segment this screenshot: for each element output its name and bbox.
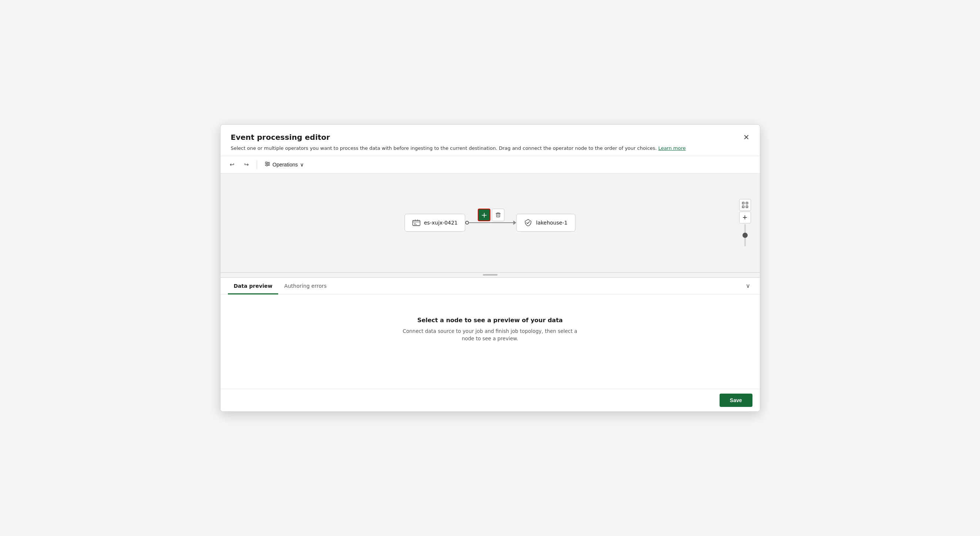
operations-icon bbox=[264, 161, 270, 168]
connector-dot bbox=[465, 221, 469, 224]
svg-rect-5 bbox=[742, 202, 744, 204]
operations-button[interactable]: Operations ∨ bbox=[262, 159, 307, 170]
empty-state: Select a node to see a preview of your d… bbox=[221, 294, 760, 365]
dialog-footer: Save bbox=[221, 389, 760, 411]
left-connector bbox=[465, 221, 491, 224]
svg-rect-8 bbox=[746, 206, 748, 208]
source-node-icon bbox=[412, 219, 420, 227]
dialog-subtitle: Select one or multiple operators you wan… bbox=[231, 145, 749, 152]
right-connector bbox=[491, 221, 517, 225]
source-node-label: es-xujx-0421 bbox=[424, 220, 458, 226]
redo-button[interactable]: ↪ bbox=[241, 159, 252, 170]
learn-more-link[interactable]: Learn more bbox=[658, 145, 686, 151]
collapse-button[interactable]: ∨ bbox=[744, 280, 752, 291]
destination-node[interactable]: lakehouse-1 bbox=[517, 214, 576, 232]
flow-diagram: es-xujx-0421 + bbox=[404, 214, 576, 232]
tabs-row: Data preview Authoring errors ∨ bbox=[221, 278, 760, 294]
bottom-panel: Data preview Authoring errors ∨ Select a… bbox=[221, 278, 760, 389]
svg-rect-7 bbox=[742, 206, 744, 208]
source-node[interactable]: es-xujx-0421 bbox=[404, 214, 465, 232]
zoom-in-button[interactable]: + bbox=[739, 212, 751, 223]
delete-operator-button[interactable] bbox=[492, 208, 504, 221]
svg-rect-3 bbox=[412, 221, 420, 226]
resize-handle-bar bbox=[483, 274, 498, 275]
toolbar-divider bbox=[257, 160, 257, 169]
tab-authoring-errors[interactable]: Authoring errors bbox=[278, 278, 332, 294]
svg-point-2 bbox=[266, 165, 267, 166]
connector-arrow bbox=[514, 221, 517, 225]
canvas-area: es-xujx-0421 + bbox=[221, 173, 760, 273]
undo-button[interactable]: ↩ bbox=[226, 159, 238, 170]
dialog-title: Event processing editor bbox=[231, 133, 749, 142]
svg-rect-4 bbox=[496, 213, 500, 217]
zoom-slider-thumb[interactable] bbox=[743, 233, 748, 238]
operations-label: Operations bbox=[273, 162, 298, 167]
add-operator-button[interactable]: + bbox=[478, 208, 490, 221]
destination-node-icon bbox=[524, 219, 532, 227]
toolbar: ↩ ↪ Operations ∨ bbox=[221, 156, 760, 173]
tabs-left: Data preview Authoring errors bbox=[228, 278, 332, 294]
empty-state-title: Select a node to see a preview of your d… bbox=[417, 317, 563, 324]
operations-chevron: ∨ bbox=[300, 162, 304, 167]
add-delete-row: + bbox=[478, 208, 504, 221]
connector-line-right bbox=[491, 222, 514, 223]
close-button[interactable]: ✕ bbox=[741, 131, 752, 143]
zoom-controls: + bbox=[739, 199, 751, 247]
resize-handle[interactable] bbox=[221, 273, 760, 278]
save-button[interactable]: Save bbox=[719, 394, 752, 407]
tab-data-preview[interactable]: Data preview bbox=[228, 278, 278, 294]
destination-node-label: lakehouse-1 bbox=[536, 220, 568, 226]
empty-state-description: Connect data source to your job and fini… bbox=[401, 328, 579, 342]
svg-point-1 bbox=[268, 163, 269, 165]
connector-line-left bbox=[469, 222, 491, 223]
event-processing-dialog: Event processing editor Select one or mu… bbox=[220, 124, 760, 412]
dialog-header: Event processing editor Select one or mu… bbox=[221, 125, 760, 156]
svg-rect-6 bbox=[746, 202, 748, 204]
svg-point-0 bbox=[266, 162, 267, 163]
fit-view-button[interactable] bbox=[739, 199, 751, 211]
zoom-slider[interactable] bbox=[745, 224, 746, 247]
